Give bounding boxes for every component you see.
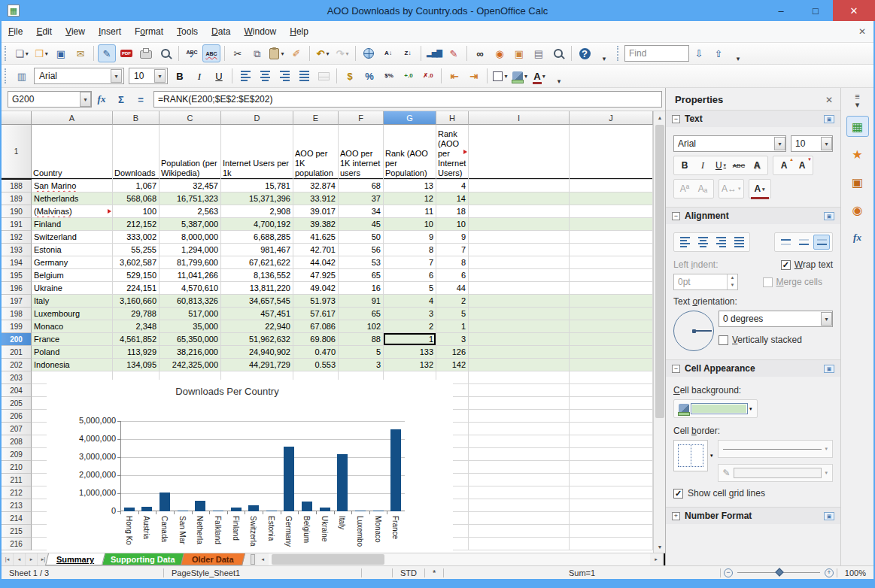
cell-J190[interactable] <box>570 205 653 218</box>
insert-chart-button[interactable]: ▂▅▇ <box>425 44 443 62</box>
cell-A198[interactable]: Luxembourg <box>32 308 113 320</box>
cell-J1[interactable] <box>570 125 653 180</box>
increase-indent-button[interactable]: ⇥ <box>465 67 483 85</box>
row-header-191[interactable]: 191 <box>2 218 32 231</box>
cell-E202[interactable]: 0.553 <box>293 359 339 371</box>
cell-E194[interactable]: 44.042 <box>293 256 339 269</box>
cell-C202[interactable]: 242,325,000 <box>160 359 221 371</box>
orientation-combo[interactable]: 0 degrees ▾ <box>719 311 833 327</box>
row-header-1[interactable]: 1 <box>2 125 32 178</box>
cell-J206[interactable] <box>570 410 653 423</box>
cell-B199[interactable]: 2,348 <box>113 320 160 333</box>
cell-C197[interactable]: 60,813,326 <box>160 295 221 308</box>
cell-background-swatch[interactable] <box>691 403 748 414</box>
cell-A188[interactable]: San Marino <box>32 180 113 192</box>
edit-file-button[interactable]: ✎ <box>98 44 116 62</box>
cell-B195[interactable]: 529,150 <box>113 269 160 282</box>
sidebar-italic-button[interactable]: I <box>694 158 711 173</box>
column-header-H[interactable]: H <box>436 111 469 125</box>
cell-I205[interactable] <box>469 397 570 410</box>
sort-ascending-button[interactable]: A↓ <box>379 44 397 62</box>
sidebar-font-size-combo[interactable]: 10 ▾ <box>791 135 833 152</box>
cell-B193[interactable]: 55,255 <box>113 244 160 256</box>
cell-D1[interactable]: Internet Users per 1k <box>221 125 293 180</box>
cell-I195[interactable] <box>469 269 570 282</box>
row-header-215[interactable]: 215 <box>2 525 32 538</box>
align-bottom-button[interactable] <box>813 235 830 250</box>
hyperlink-button[interactable] <box>360 44 378 62</box>
row-header-202[interactable]: 202 <box>2 359 32 371</box>
cell-E193[interactable]: 42.701 <box>293 244 339 256</box>
cell-H200[interactable]: 3 <box>436 333 469 346</box>
alignment-dialog-launcher-icon[interactable]: ▣ <box>824 212 834 220</box>
cell-G1[interactable]: Rank (AOO per Population) <box>384 125 436 180</box>
open-button[interactable]: ❒▾ <box>32 44 50 62</box>
row-header-210[interactable]: 210 <box>2 461 32 474</box>
first-sheet-icon[interactable]: |◂ <box>2 553 14 565</box>
background-color-button[interactable]: ▾ <box>511 67 529 85</box>
cell-G200[interactable]: 1 <box>384 333 436 346</box>
zoom-out-icon[interactable]: − <box>724 568 733 577</box>
cell-I199[interactable] <box>469 320 570 333</box>
cell-G202[interactable]: 132 <box>384 359 436 371</box>
cell-G194[interactable]: 7 <box>384 256 436 269</box>
row-header-205[interactable]: 205 <box>2 397 32 410</box>
cell-H194[interactable]: 8 <box>436 256 469 269</box>
cell-G189[interactable]: 12 <box>384 192 436 205</box>
sidebar-settings-icon[interactable]: ≡▾ <box>855 92 859 109</box>
add-decimal-button[interactable]: +.0 <box>400 67 418 85</box>
zoom-slider[interactable]: − + <box>724 568 834 577</box>
save-button[interactable]: ▣ <box>52 44 70 62</box>
merge-cells-checkbox[interactable] <box>763 277 773 287</box>
cell-I206[interactable] <box>469 410 570 423</box>
cell-D201[interactable]: 24,940,902 <box>221 346 293 359</box>
spelling-button[interactable]: ABC <box>183 44 201 62</box>
align-left-button[interactable] <box>236 67 254 85</box>
cell-E195[interactable]: 47.925 <box>293 269 339 282</box>
cell-J193[interactable] <box>570 244 653 256</box>
row-header-212[interactable]: 212 <box>2 486 32 499</box>
cell-I192[interactable] <box>469 231 570 244</box>
draw-functions-button[interactable]: ✎ <box>445 44 463 62</box>
cell-C1[interactable]: Population (per Wikipedia) <box>160 125 221 180</box>
cell-I189[interactable] <box>469 192 570 205</box>
cell-A196[interactable]: Ukraine <box>32 282 113 295</box>
sum-icon[interactable]: Σ <box>111 94 131 105</box>
cell-B194[interactable]: 3,602,587 <box>113 256 160 269</box>
cell-J202[interactable] <box>570 359 653 371</box>
cell-J200[interactable] <box>570 333 653 346</box>
cell-G198[interactable]: 3 <box>384 308 436 320</box>
text-section-header[interactable]: − Text ▣ <box>666 110 840 127</box>
cell-J192[interactable] <box>570 231 653 244</box>
percent-format-button[interactable]: % <box>360 67 378 85</box>
cell-D199[interactable]: 22,940 <box>221 320 293 333</box>
menu-format[interactable]: Format <box>128 23 170 40</box>
toolbar-grip[interactable] <box>5 46 10 61</box>
cell-A1[interactable]: Country <box>32 125 113 180</box>
sidebar-font-color-button[interactable]: A▾ <box>752 181 768 196</box>
formatting-toolbar-overflow[interactable]: ▾ <box>550 67 568 85</box>
name-box-dropdown-icon[interactable]: ▾ <box>80 92 91 107</box>
cell-A199[interactable]: Monaco <box>32 320 113 333</box>
cell-D193[interactable]: 981,467 <box>221 244 293 256</box>
cell-E190[interactable]: 39.017 <box>293 205 339 218</box>
cell-F193[interactable]: 56 <box>339 244 384 256</box>
cell-A194[interactable]: Germany <box>32 256 113 269</box>
cell-I193[interactable] <box>469 244 570 256</box>
dropdown-arrow-icon[interactable]: ▾ <box>345 50 348 57</box>
function-wizard-icon[interactable]: fx <box>92 93 111 105</box>
cell-I190[interactable] <box>469 205 570 218</box>
cell-J209[interactable] <box>570 448 653 461</box>
undo-button[interactable]: ↶▾ <box>314 44 332 62</box>
scroll-right-icon[interactable]: ▸ <box>650 553 662 565</box>
currency-format-button[interactable]: $ <box>341 67 359 85</box>
font-name-combo[interactable]: Arial▾ <box>34 68 124 84</box>
previous-sheet-icon[interactable]: ◂ <box>14 553 26 565</box>
find-toolbar-overflow[interactable]: ▾ <box>729 44 747 62</box>
cell-C199[interactable]: 35,000 <box>160 320 221 333</box>
row-header-195[interactable]: 195 <box>2 269 32 282</box>
cell-F189[interactable]: 37 <box>339 192 384 205</box>
sidebar-tab-properties[interactable]: ▦ <box>846 116 869 137</box>
cell-G192[interactable]: 9 <box>384 231 436 244</box>
cell-H188[interactable]: 4 <box>436 180 469 192</box>
